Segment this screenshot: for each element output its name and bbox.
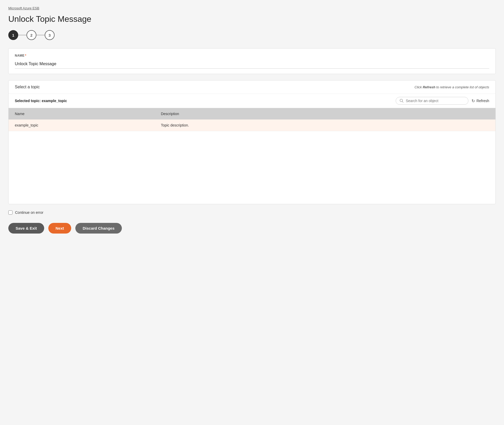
table-empty-area	[9, 131, 495, 204]
topics-table: Name Description example_topic Topic des…	[9, 108, 495, 204]
continue-on-error-label: Continue on error	[15, 210, 43, 215]
next-button[interactable]: Next	[48, 223, 71, 234]
footer-buttons: Save & Exit Next Discard Changes	[8, 223, 496, 234]
search-input[interactable]	[406, 99, 465, 103]
step-1[interactable]: 1	[8, 30, 18, 40]
search-refresh-group: ↻ Refresh	[396, 97, 489, 105]
continue-on-error-group: Continue on error	[8, 210, 496, 215]
table-header-name: Name	[9, 108, 155, 119]
refresh-hint: Click Refresh to retrieve a complete lis…	[414, 85, 489, 89]
table-cell-description: Topic description.	[155, 119, 495, 131]
steps-indicator: 1 2 3	[8, 30, 496, 40]
save-exit-button[interactable]: Save & Exit	[8, 223, 44, 234]
svg-line-1	[402, 102, 403, 103]
name-section: NAME*	[8, 48, 496, 74]
search-box[interactable]	[396, 97, 468, 105]
name-label: NAME*	[15, 54, 489, 57]
select-topic-label: Select a topic	[15, 85, 40, 89]
topic-section: Select a topic Click Refresh to retrieve…	[8, 80, 496, 204]
selected-topic-label: Selected topic: example_topic	[15, 99, 67, 103]
table-header-description: Description	[155, 108, 495, 119]
discard-changes-button[interactable]: Discard Changes	[75, 223, 122, 234]
breadcrumb[interactable]: Microsoft Azure ESB	[8, 6, 496, 10]
search-icon	[400, 99, 404, 103]
continue-on-error-checkbox[interactable]	[8, 210, 12, 215]
refresh-button[interactable]: ↻ Refresh	[472, 98, 489, 103]
topic-controls: Selected topic: example_topic ↻ Refresh	[9, 94, 495, 108]
page-title: Unlock Topic Message	[8, 14, 496, 24]
table-cell-name: example_topic	[9, 119, 155, 131]
table-header-row: Name Description	[9, 108, 495, 119]
step-2[interactable]: 2	[26, 30, 36, 40]
step-3[interactable]: 3	[45, 30, 55, 40]
topic-section-header: Select a topic Click Refresh to retrieve…	[9, 81, 495, 94]
table-row[interactable]: example_topic Topic description.	[9, 119, 495, 131]
refresh-icon: ↻	[472, 98, 475, 103]
name-input[interactable]	[15, 59, 489, 69]
